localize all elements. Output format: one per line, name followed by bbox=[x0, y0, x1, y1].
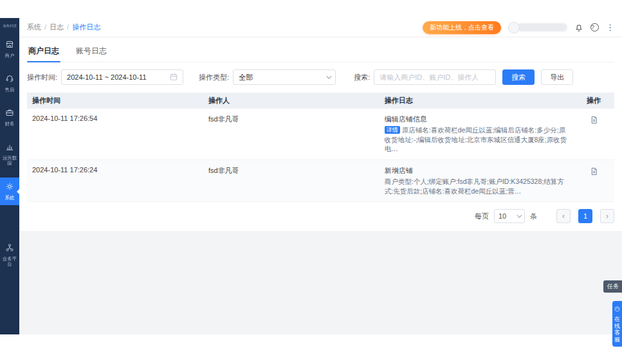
date-range-picker[interactable]: 2024-10-11 ~ 2024-10-11 bbox=[61, 69, 183, 85]
network-icon bbox=[5, 243, 14, 256]
search-input[interactable] bbox=[374, 69, 496, 85]
date-range-value: 2024-10-11 ~ 2024-10-11 bbox=[67, 73, 146, 81]
store-icon bbox=[5, 40, 14, 53]
view-log-document-icon[interactable] bbox=[590, 116, 598, 124]
sidebar-item-label: 业务平台 bbox=[1, 257, 19, 268]
per-page-select[interactable]: 10 bbox=[494, 209, 525, 223]
headset-icon bbox=[614, 304, 620, 316]
sidebar-item-aftersales[interactable]: 售后 bbox=[0, 69, 19, 97]
headset-icon bbox=[5, 74, 14, 87]
column-header-log: 操作日志 bbox=[380, 96, 573, 105]
sidebar-item-business-platform[interactable]: 业务平台 bbox=[0, 239, 19, 272]
cell-action bbox=[573, 109, 614, 131]
export-button[interactable]: 导出 bbox=[541, 69, 573, 85]
search-button[interactable]: 搜索 bbox=[502, 69, 535, 85]
cell-operator: fsd非凡哥 bbox=[203, 109, 380, 130]
bar-chart-icon bbox=[5, 142, 14, 155]
help-icon[interactable]: ? bbox=[590, 23, 599, 32]
main-area: 系统 日志 操作日志 新功能上线，点击查看 ? ⋮ bbox=[19, 18, 622, 334]
table-row: 2024-10-11 17:26:54 fsd非凡哥 编辑店铺信息 详情原店铺名… bbox=[27, 109, 614, 160]
screenshot-canvas: 海典科技 商户 售后 财务 bbox=[0, 0, 622, 364]
new-feature-badge[interactable]: 新功能上线，点击查看 bbox=[423, 21, 501, 34]
breadcrumb-item-operation-logs: 操作日志 bbox=[72, 23, 104, 32]
gear-icon bbox=[5, 182, 14, 195]
chevron-down-icon bbox=[326, 73, 331, 78]
notification-bell-icon[interactable] bbox=[574, 23, 583, 32]
log-detail: 详情原店铺名:喜欢荷栏de闻丘以蓝;编辑后店铺名:多少分;原收货地址:-;编辑后… bbox=[385, 125, 568, 154]
more-menu-icon[interactable]: ⋮ bbox=[606, 23, 614, 32]
log-detail-text: 原店铺名:喜欢荷栏de闻丘以蓝;编辑后店铺名:多少分;原收货地址:-;编辑后收货… bbox=[385, 126, 567, 152]
operation-type-select[interactable]: 全部 bbox=[233, 69, 336, 85]
type-filter-label: 操作类型: bbox=[199, 73, 229, 82]
cell-action bbox=[573, 160, 614, 183]
filter-bar: 操作时间: 2024-10-11 ~ 2024-10-11 操作类型: 全部 搜… bbox=[27, 69, 614, 85]
sidebar-item-merchant[interactable]: 商户 bbox=[0, 35, 19, 63]
column-header-time: 操作时间 bbox=[27, 96, 203, 105]
chevron-down-icon bbox=[517, 213, 522, 218]
per-page-value: 10 bbox=[499, 212, 506, 220]
view-log-document-icon[interactable] bbox=[590, 167, 598, 176]
detail-tag[interactable]: 详情 bbox=[385, 126, 400, 134]
online-service-tab[interactable]: 在线客服 bbox=[612, 301, 622, 347]
sidebar: 海典科技 商户 售后 财务 bbox=[0, 18, 19, 334]
breadcrumb-item-logs[interactable]: 日志 bbox=[50, 23, 69, 32]
operation-type-value: 全部 bbox=[239, 73, 253, 82]
table-header-row: 操作时间 操作人 操作日志 操作 bbox=[27, 93, 614, 109]
sidebar-item-label: 售后 bbox=[1, 87, 19, 92]
per-page-suffix: 条 bbox=[530, 212, 537, 221]
content-card: 商户日志 账号日志 操作时间: 2024-10-11 ~ 2024-10-11 … bbox=[19, 37, 622, 231]
column-header-operator: 操作人 bbox=[203, 96, 380, 105]
sidebar-item-system[interactable]: 系统 bbox=[0, 177, 19, 205]
breadcrumb: 系统 日志 操作日志 bbox=[27, 23, 104, 32]
sidebar-item-label: 商户 bbox=[1, 53, 19, 58]
table-row: 2024-10-11 17:26:24 fsd非凡哥 新增店铺 商户类型:个人;… bbox=[27, 160, 614, 202]
username-redacted bbox=[517, 23, 567, 32]
sidebar-item-label: 财务 bbox=[1, 121, 19, 126]
tab-merchant-logs[interactable]: 商户日志 bbox=[27, 43, 60, 62]
log-detail: 商户类型:个人;绑定账户:fsd非凡哥;账户ID:K3425328;结算方式:先… bbox=[385, 177, 568, 196]
cell-time: 2024-10-11 17:26:54 bbox=[27, 109, 203, 128]
cell-log: 新增店铺 商户类型:个人;绑定账户:fsd非凡哥;账户ID:K3425328;结… bbox=[380, 160, 573, 201]
log-title: 编辑店铺信息 bbox=[385, 114, 568, 124]
sidebar-item-operations-data[interactable]: 运营数据 bbox=[0, 138, 19, 171]
sidebar-item-label: 运营数据 bbox=[1, 156, 19, 167]
cell-operator: fsd非凡哥 bbox=[203, 160, 380, 181]
top-bar: 系统 日志 操作日志 新功能上线，点击查看 ? ⋮ bbox=[19, 18, 622, 37]
cell-log: 编辑店铺信息 详情原店铺名:喜欢荷栏de闻丘以蓝;编辑后店铺名:多少分;原收货地… bbox=[380, 109, 573, 159]
tab-account-logs[interactable]: 账号日志 bbox=[75, 43, 108, 62]
log-tabs: 商户日志 账号日志 bbox=[27, 37, 614, 62]
sidebar-item-label: 系统 bbox=[1, 195, 19, 200]
next-page-button[interactable]: › bbox=[600, 209, 614, 223]
per-page-prefix: 每页 bbox=[475, 212, 489, 221]
pagination: 每页 10 条 ‹ 1 › bbox=[27, 209, 614, 223]
online-service-label: 在线客服 bbox=[614, 316, 621, 343]
breadcrumb-item-system[interactable]: 系统 bbox=[27, 23, 46, 32]
search-label: 搜索: bbox=[354, 73, 370, 82]
time-filter-label: 操作时间: bbox=[27, 73, 57, 82]
top-bar-right: 新功能上线，点击查看 ? ⋮ bbox=[423, 21, 614, 34]
avatar bbox=[508, 22, 520, 33]
operation-log-table: 操作时间 操作人 操作日志 操作 2024-10-11 17:26:54 fsd… bbox=[27, 93, 614, 202]
brand-logo: 海典科技 bbox=[2, 19, 17, 34]
app-window: 海典科技 商户 售后 财务 bbox=[0, 18, 622, 334]
briefcase-icon bbox=[5, 108, 14, 121]
calendar-icon bbox=[170, 73, 178, 82]
sidebar-item-finance[interactable]: 财务 bbox=[0, 104, 19, 131]
cell-time: 2024-10-11 17:26:24 bbox=[27, 160, 203, 179]
task-floating-tag[interactable]: 任务 bbox=[603, 280, 622, 293]
page-1-button[interactable]: 1 bbox=[578, 209, 592, 223]
user-account[interactable] bbox=[508, 22, 567, 33]
log-title: 新增店铺 bbox=[385, 166, 568, 176]
prev-page-button[interactable]: ‹ bbox=[556, 209, 571, 223]
column-header-action: 操作 bbox=[573, 96, 614, 105]
